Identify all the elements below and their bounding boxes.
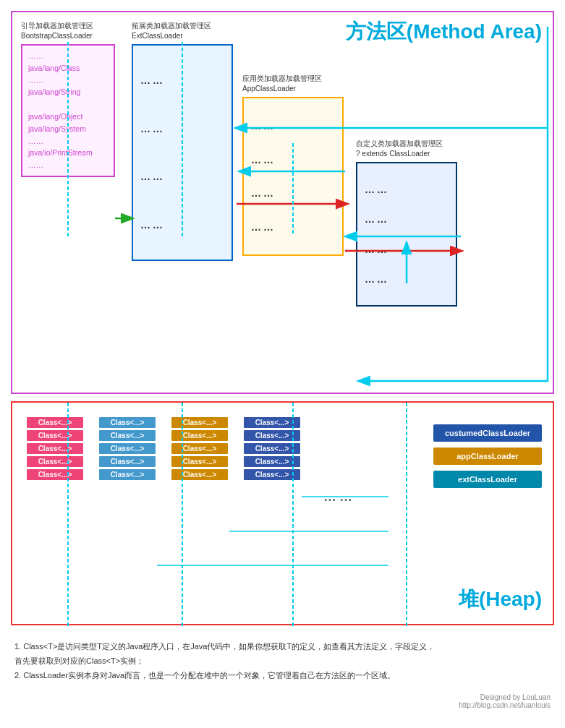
app-dot-2: …… bbox=[251, 187, 335, 199]
ext-box: …… …… …… …… bbox=[132, 44, 233, 261]
class-stack-blue: Class<...> Class<...> Class<...> Class<.… bbox=[99, 417, 156, 480]
custom-label1: 自定义类加载器加载管理区 bbox=[356, 139, 457, 149]
footnote-line2: 首先要获取到对应的Class<T>实例； bbox=[14, 654, 551, 669]
custom-dot-1: …… bbox=[365, 213, 449, 225]
class-stack-pink: Class<...> Class<...> Class<...> Class<.… bbox=[27, 417, 83, 480]
custom-label2: ? extends ClassLoader bbox=[356, 149, 457, 159]
bootstrap-item-6: java/lang/System bbox=[28, 123, 108, 135]
bootstrap-label2: BootstrapClassLoader bbox=[21, 31, 115, 41]
app-dot-1: …… bbox=[251, 154, 335, 166]
app-label1: 应用类加载器加载管理区 bbox=[242, 74, 344, 84]
cl-badge-ext: extClassLoader bbox=[433, 471, 542, 488]
bootstrap-item-2: …… bbox=[28, 74, 108, 87]
app-dot-0: …… bbox=[251, 120, 335, 132]
custom-area: 自定义类加载器加载管理区 ? extends ClassLoader …… ……… bbox=[356, 139, 457, 307]
class-badge-pink-1: Class<...> bbox=[27, 430, 83, 441]
bootstrap-item-5: java/lang/Object bbox=[28, 111, 108, 123]
custom-dot-3: …… bbox=[365, 273, 449, 285]
ext-dot-2: …… bbox=[140, 171, 224, 182]
classloader-badges: custumedClassLoader appClassLoader extCl… bbox=[433, 424, 542, 488]
custom-dot-0: …… bbox=[365, 184, 449, 195]
bootstrap-item-9: …… bbox=[28, 159, 108, 171]
credit-line1: Designed by LouLuan bbox=[11, 693, 551, 701]
class-badge-blue-4: Class<...> bbox=[99, 469, 156, 480]
method-area-title: 方法区(Method Area) bbox=[346, 18, 542, 46]
class-badge-orange-4: Class<...> bbox=[171, 469, 228, 480]
bootstrap-item-1: java/lang/Class bbox=[28, 62, 108, 74]
heap-more-dots: …… bbox=[323, 489, 355, 505]
app-area: 应用类加载器加载管理区 AppClassLoader …… …… …… …… bbox=[242, 74, 344, 256]
class-badge-pink-3: Class<...> bbox=[27, 456, 83, 467]
bootstrap-item-4 bbox=[28, 98, 108, 111]
custom-dot-2: …… bbox=[365, 244, 449, 255]
footnotes: 1. Class<T>是访问类型T定义的Java程序入口，在Java代码中，如果… bbox=[11, 633, 554, 690]
bootstrap-item-7: …… bbox=[28, 135, 108, 147]
app-box: …… …… …… …… bbox=[242, 97, 344, 256]
ext-label2: ExtClassLoader bbox=[132, 31, 233, 41]
class-badge-orange-0: Class<...> bbox=[171, 417, 228, 428]
ext-dot-3: …… bbox=[140, 219, 224, 231]
class-badge-navy-0: Class<...> bbox=[244, 417, 300, 428]
class-badge-orange-3: Class<...> bbox=[171, 456, 228, 467]
class-badge-blue-2: Class<...> bbox=[99, 443, 156, 454]
bootstrap-area: 引导加载器加载管理区 BootstrapClassLoader …… java/… bbox=[21, 21, 115, 177]
ext-area: 拓展类加载器加载管理区 ExtClassLoader …… …… …… …… bbox=[132, 21, 233, 261]
page: 方法区(Method Area) 引导加载器加载管理区 BootstrapCla… bbox=[0, 0, 565, 728]
class-badge-navy-3: Class<...> bbox=[244, 456, 300, 467]
cl-badge-custom: custumedClassLoader bbox=[433, 424, 542, 442]
credit-line2: http://blog.csdn.net/luanlouis bbox=[11, 701, 551, 709]
class-badge-orange-2: Class<...> bbox=[171, 443, 228, 454]
class-stack-navy: Class<...> Class<...> Class<...> Class<.… bbox=[244, 417, 300, 480]
class-badge-navy-4: Class<...> bbox=[244, 469, 300, 480]
class-badge-blue-0: Class<...> bbox=[99, 417, 156, 428]
class-badge-navy-2: Class<...> bbox=[244, 443, 300, 454]
class-badge-pink-2: Class<...> bbox=[27, 443, 83, 454]
class-badge-navy-1: Class<...> bbox=[244, 430, 300, 441]
ext-dot-0: …… bbox=[140, 74, 224, 86]
footnote-line1: 1. Class<T>是访问类型T定义的Java程序入口，在Java代码中，如果… bbox=[14, 640, 551, 654]
bootstrap-item-3: java/lang/String bbox=[28, 86, 108, 98]
app-label2: AppClassLoader bbox=[242, 84, 344, 94]
bootstrap-label1: 引导加载器加载管理区 bbox=[21, 21, 115, 31]
bootstrap-item-0: …… bbox=[28, 50, 108, 62]
class-badge-blue-1: Class<...> bbox=[99, 430, 156, 441]
app-dot-3: …… bbox=[251, 221, 335, 233]
ext-label1: 拓展类加载器加载管理区 bbox=[132, 21, 233, 31]
class-badge-pink-0: Class<...> bbox=[27, 417, 83, 428]
ext-dot-1: …… bbox=[140, 123, 224, 134]
heap-title: 堆(Heap) bbox=[459, 586, 542, 613]
bootstrap-item-8: java/io/PrintStream bbox=[28, 147, 108, 159]
credit: Designed by LouLuan http://blog.csdn.net… bbox=[11, 693, 554, 709]
method-area: 方法区(Method Area) 引导加载器加载管理区 BootstrapCla… bbox=[11, 11, 554, 394]
cl-badge-app: appClassLoader bbox=[433, 447, 542, 465]
class-stack-orange: Class<...> Class<...> Class<...> Class<.… bbox=[171, 417, 228, 480]
footnote-line3: 2. ClassLoader实例本身对Java而言，也是一个分配在堆中的一个对象… bbox=[14, 669, 551, 683]
class-badge-pink-4: Class<...> bbox=[27, 469, 83, 480]
custom-box: …… …… …… …… bbox=[356, 162, 457, 307]
class-badge-orange-1: Class<...> bbox=[171, 430, 228, 441]
heap-area: 堆(Heap) Class<...> Class<...> Class<...>… bbox=[11, 401, 554, 625]
bootstrap-box: …… java/lang/Class …… java/lang/String j… bbox=[21, 44, 115, 177]
class-badge-blue-3: Class<...> bbox=[99, 456, 156, 467]
